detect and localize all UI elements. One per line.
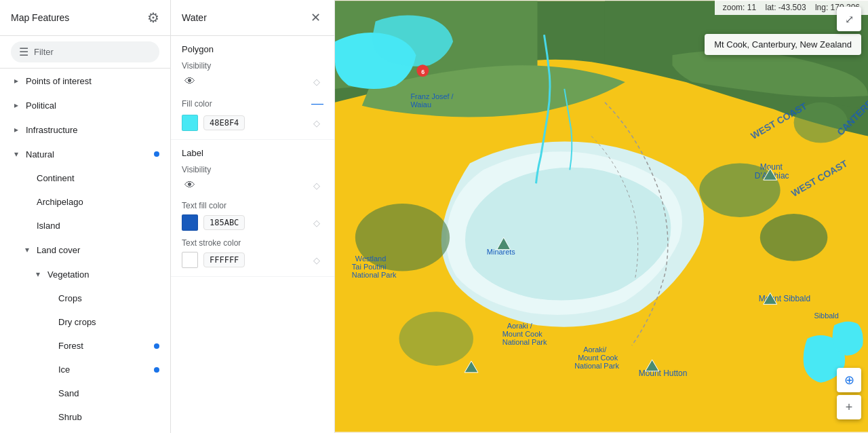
- nav-item-label: Political: [26, 100, 159, 111]
- text-fill-diamond[interactable]: ◇: [310, 216, 323, 229]
- map-tooltip: Mt Cook, Canterbury, New Zealand: [705, 34, 861, 55]
- sidebar-item-island[interactable]: Island: [0, 214, 170, 238]
- label-visibility-eye[interactable]: 👁: [182, 177, 198, 193]
- svg-text:Sibbald: Sibbald: [814, 312, 839, 320]
- lat-label: lat:: [766, 3, 776, 12]
- sidebar-item-ice[interactable]: Ice: [0, 358, 170, 381]
- filter-icon: ☰: [19, 45, 28, 58]
- sidebar-item-political[interactable]: ▸Political: [0, 93, 170, 117]
- map-controls: ⊕ +: [837, 368, 861, 419]
- polygon-fill-swatch[interactable]: [182, 115, 198, 131]
- close-button[interactable]: ✕: [307, 10, 323, 26]
- text-fill-label: Text fill color: [182, 201, 226, 210]
- sidebar-item-crops[interactable]: Crops: [0, 286, 170, 310]
- sidebar: Map Features ⚙ ☰ Filter ▸Points of inter…: [0, 0, 171, 433]
- nav-item-label: Sand: [58, 388, 159, 398]
- detail-title: Water: [182, 12, 207, 23]
- location-button[interactable]: ⊕: [837, 368, 861, 392]
- sidebar-item-sand[interactable]: Sand: [0, 381, 170, 405]
- nav-item-label: Forest: [58, 341, 154, 351]
- nav-item-label: Infrastructure: [26, 125, 159, 135]
- chevron-icon: ▸: [11, 75, 22, 86]
- sidebar-item-archipelago[interactable]: Archipelago: [0, 190, 170, 214]
- polygon-fill-code[interactable]: 48E8F4: [203, 115, 245, 130]
- text-stroke-color-row: FFFFFF ◇: [182, 252, 323, 268]
- polygon-visibility-eye[interactable]: 👁: [182, 73, 198, 90]
- text-stroke-label: Text stroke color: [182, 238, 241, 248]
- label-visibility-label: Visibility: [182, 165, 243, 174]
- chevron-icon: ▾: [22, 244, 33, 255]
- map-tooltip-text: Mt Cook, Canterbury, New Zealand: [714, 39, 852, 50]
- svg-text:National Park: National Park: [574, 362, 619, 370]
- label-section: Label Visibility 👁 ◇ Text fill color 185…: [171, 140, 334, 277]
- nav-item-label: Island: [37, 221, 159, 231]
- visibility-label: Visibility: [182, 61, 243, 71]
- detail-panel: Water ✕ Polygon Visibility 👁 ◇ Fill colo…: [171, 0, 335, 433]
- polygon-fill-color-row: 48E8F4 ◇: [182, 115, 323, 131]
- label-visibility-row: 👁 ◇: [182, 177, 323, 193]
- map-svg: WEST COAST WEST COAST CANTERBURY CANTERB…: [335, 0, 868, 433]
- sidebar-item-dry-crops[interactable]: Dry crops: [0, 310, 170, 334]
- text-fill-swatch[interactable]: [182, 214, 198, 231]
- sidebar-item-tundra[interactable]: Tundra: [0, 429, 170, 433]
- nav-item-dot: [154, 367, 159, 373]
- polygon-section: Polygon Visibility 👁 ◇ Fill color — 48E8…: [171, 36, 334, 140]
- lng-label: lng:: [815, 3, 828, 12]
- lat-value: -43.503: [778, 3, 806, 12]
- zoom-in-button[interactable]: +: [837, 395, 861, 419]
- text-fill-color-row: 185ABC ◇: [182, 214, 323, 231]
- sidebar-item-vegetation[interactable]: ▾Vegetation: [0, 262, 170, 286]
- svg-text:Westland: Westland: [355, 255, 386, 263]
- sidebar-item-points-of-interest[interactable]: ▸Points of interest: [0, 69, 170, 93]
- polygon-visibility-diamond[interactable]: ◇: [310, 75, 323, 88]
- svg-text:Tai Poutini: Tai Poutini: [352, 263, 386, 271]
- nav-item-label: Ice: [58, 364, 154, 375]
- svg-text:National Park: National Park: [502, 338, 547, 346]
- nav-item-label: Land cover: [37, 245, 159, 255]
- chevron-icon: ▸: [11, 124, 22, 135]
- fill-color-minus[interactable]: —: [311, 96, 323, 111]
- nav-item-dot: [154, 151, 159, 157]
- polygon-section-title: Polygon: [182, 44, 323, 54]
- nav-item-label: Crops: [58, 293, 159, 303]
- text-stroke-swatch[interactable]: [182, 252, 198, 268]
- svg-text:Waiau: Waiau: [410, 100, 431, 109]
- chevron-icon: ▾: [11, 149, 22, 159]
- polygon-fill-diamond[interactable]: ◇: [310, 116, 323, 130]
- sidebar-title: Map Features: [11, 12, 69, 23]
- svg-text:Aoraki /: Aoraki /: [507, 322, 533, 330]
- sidebar-item-land-cover[interactable]: ▾Land cover: [0, 238, 170, 262]
- sidebar-item-continent[interactable]: Continent: [0, 166, 170, 190]
- sidebar-item-shrub[interactable]: Shrub: [0, 405, 170, 429]
- svg-point-2: [760, 214, 827, 261]
- map-expand-button[interactable]: ⤢: [837, 7, 861, 31]
- filter-input-container[interactable]: ☰ Filter: [11, 41, 159, 62]
- text-stroke-code[interactable]: FFFFFF: [203, 252, 245, 267]
- settings-icon[interactable]: ⚙: [147, 10, 159, 26]
- filter-bar[interactable]: ☰ Filter: [0, 36, 170, 69]
- detail-header: Water ✕: [171, 0, 334, 36]
- chevron-icon: ▾: [33, 269, 43, 280]
- map-area[interactable]: zoom: 11 lat: -43.503 lng: 170.306 Mt Co…: [335, 0, 868, 433]
- svg-text:Aoraki/: Aoraki/: [583, 345, 607, 354]
- label-visibility-diamond[interactable]: ◇: [310, 178, 323, 192]
- text-fill-code[interactable]: 185ABC: [203, 215, 245, 230]
- sidebar-header: Map Features ⚙: [0, 0, 170, 36]
- nav-item-label: Points of interest: [26, 76, 159, 86]
- zoom-label: zoom:: [723, 3, 745, 12]
- fill-color-label: Fill color: [182, 99, 243, 109]
- nav-item-label: Archipelago: [37, 197, 159, 207]
- text-stroke-diamond[interactable]: ◇: [310, 253, 323, 267]
- sidebar-item-infrastructure[interactable]: ▸Infrastructure: [0, 117, 170, 142]
- svg-text:Franz Josef /: Franz Josef /: [410, 92, 454, 100]
- svg-text:Mount Cook: Mount Cook: [578, 354, 618, 362]
- svg-text:6: 6: [421, 69, 425, 75]
- zoom-value: 11: [747, 3, 756, 12]
- sidebar-item-natural[interactable]: ▾Natural: [0, 142, 170, 166]
- sidebar-nav: ▸Points of interest▸Political▸Infrastruc…: [0, 69, 170, 433]
- svg-text:Mount Cook: Mount Cook: [502, 330, 543, 338]
- chevron-icon: ▸: [11, 100, 22, 111]
- nav-item-label: Natural: [26, 149, 154, 159]
- svg-text:National Park: National Park: [352, 271, 397, 279]
- sidebar-item-forest[interactable]: Forest: [0, 334, 170, 358]
